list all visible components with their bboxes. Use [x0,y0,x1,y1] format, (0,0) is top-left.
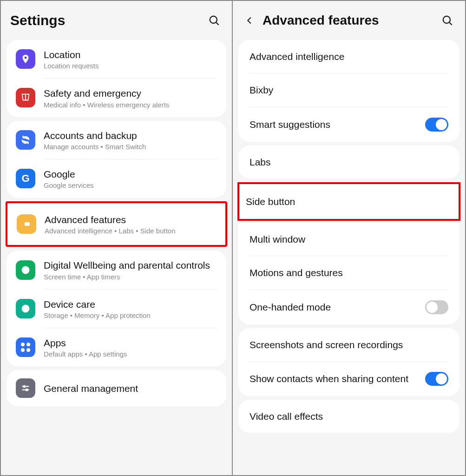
item-subtitle: Advanced intelligence • Labs • Side butt… [45,227,216,235]
settings-item-location[interactable]: Location Location requests [7,40,226,78]
advanced-item-side-button[interactable]: Side button [239,184,459,219]
advanced-item-screenshots[interactable]: Screenshots and screen recordings [238,328,459,361]
item-subtitle: Medical info • Wireless emergency alerts [44,101,217,109]
svg-line-1 [216,22,218,25]
highlight-side-button: Side button [237,182,460,221]
toggle-smart-suggestions[interactable] [425,118,448,132]
item-title: Apps [44,337,217,349]
item-title: Smart suggestions [249,118,425,131]
advanced-features-pane: Advanced features Advanced intelligence … [233,1,465,475]
item-subtitle: Storage • Memory • App protection [44,311,217,319]
item-subtitle: Manage accounts • Smart Switch [44,143,217,151]
settings-group: Accounts and backup Manage accounts • Sm… [7,121,226,198]
settings-header: Settings [1,1,232,36]
advanced-group: Advanced intelligence Bixby Smart sugges… [238,40,459,142]
svg-point-11 [443,16,450,23]
settings-item-safety[interactable]: Safety and emergency Medical info • Wire… [7,79,226,117]
google-icon: G [16,169,35,188]
item-subtitle: Screen time • App timers [44,273,217,281]
advanced-item-smart-suggestions[interactable]: Smart suggestions [238,107,459,142]
page-title: Settings [10,13,206,28]
location-icon [16,49,35,69]
svg-point-6 [24,307,27,310]
item-title: Accounts and backup [44,129,217,142]
item-title: Location [44,48,217,61]
item-title: Advanced features [45,213,216,226]
advanced-item-intelligence[interactable]: Advanced intelligence [238,40,459,73]
settings-pane: Settings Location Location requests [1,1,233,475]
settings-item-advanced-features[interactable]: Advanced features Advanced intelligence … [7,203,225,245]
page-title: Advanced features [263,13,439,28]
settings-group: Location Location requests Safety and em… [7,40,226,117]
item-title: Advanced intelligence [249,50,448,63]
toggle-show-contacts[interactable] [425,372,448,386]
search-icon[interactable] [206,12,223,29]
item-title: Bixby [249,84,448,96]
settings-group: General management [7,370,226,406]
item-title: Labs [249,156,448,168]
apps-icon [16,337,35,357]
item-title: Digital Wellbeing and parental controls [44,259,217,271]
item-title: Side button [246,195,452,208]
back-icon[interactable] [242,13,257,28]
sync-icon [16,130,35,150]
device-care-icon [16,299,35,318]
item-title: Video call effects [249,410,448,423]
advanced-group: Labs [238,145,459,178]
settings-item-wellbeing[interactable]: Digital Wellbeing and parental controls … [7,251,226,289]
gear-icon [17,214,36,234]
advanced-header: Advanced features [233,1,465,36]
item-title: Google [44,168,217,180]
toggle-one-handed[interactable] [425,300,448,314]
wellbeing-icon [16,260,35,280]
svg-line-12 [449,22,452,25]
safety-icon [16,88,35,107]
settings-item-google[interactable]: G Google Google services [7,159,226,198]
settings-item-device-care[interactable]: Device care Storage • Memory • App prote… [7,290,226,328]
settings-group: Digital Wellbeing and parental controls … [7,251,226,366]
advanced-item-motions[interactable]: Motions and gestures [238,256,459,289]
settings-item-accounts[interactable]: Accounts and backup Manage accounts • Sm… [7,121,226,159]
svg-point-4 [24,269,27,271]
item-title: Safety and emergency [44,87,217,99]
settings-item-apps[interactable]: Apps Default apps • App settings [7,328,226,366]
item-subtitle: Location requests [44,62,217,70]
item-title: Device care [44,298,217,311]
advanced-group: Screenshots and screen recordings Show c… [238,328,459,396]
advanced-group: Video call effects [238,400,459,433]
item-title: Screenshots and screen recordings [249,338,448,351]
search-icon[interactable] [439,12,456,29]
advanced-item-video-call[interactable]: Video call effects [238,400,459,433]
item-title: General management [44,382,217,395]
advanced-item-labs[interactable]: Labs [238,145,459,178]
advanced-item-multi-window[interactable]: Multi window [238,223,459,256]
svg-point-0 [210,16,217,23]
advanced-item-bixby[interactable]: Bixby [238,73,459,106]
advanced-item-show-contacts[interactable]: Show contacts when sharing content [238,362,459,396]
item-title: Multi window [249,233,448,245]
item-subtitle: Google services [44,181,217,189]
settings-item-general[interactable]: General management [7,370,226,406]
svg-point-8 [23,386,25,388]
item-subtitle: Default apps • App settings [44,350,217,358]
svg-point-2 [25,99,26,99]
advanced-item-one-handed[interactable]: One-handed mode [238,290,459,324]
item-title: One-handed mode [249,301,425,313]
svg-point-10 [26,389,28,391]
highlight-advanced-features: Advanced features Advanced intelligence … [6,201,227,247]
advanced-group: Multi window Motions and gestures One-ha… [238,223,459,324]
item-title: Motions and gestures [249,266,448,279]
sliders-icon [16,378,35,398]
item-title: Show contacts when sharing content [249,372,425,385]
